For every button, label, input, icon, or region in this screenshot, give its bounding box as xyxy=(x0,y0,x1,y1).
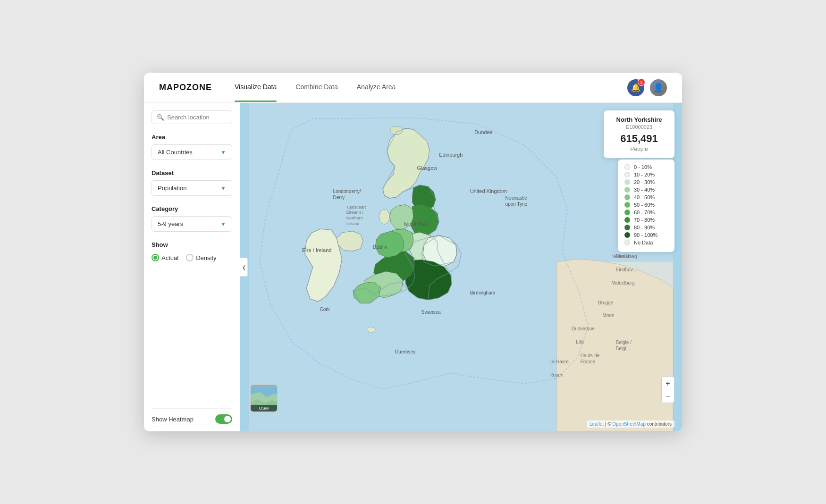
show-label: Show xyxy=(152,241,232,248)
legend-circle-9 xyxy=(624,232,630,238)
category-label: Category xyxy=(152,205,232,212)
search-icon: 🔍 xyxy=(157,114,164,121)
legend-label-10: No Data xyxy=(634,240,653,245)
map-attribution: Leaflet | © OpenStreetMap contributors xyxy=(587,420,674,428)
legend-item-1: 10 - 20% xyxy=(624,172,668,177)
legend-circle-1 xyxy=(624,172,630,177)
area-dropdown-arrow: ▼ xyxy=(220,149,226,156)
collapse-sidebar-button[interactable]: ❮ xyxy=(240,258,248,277)
svg-point-3 xyxy=(367,327,375,332)
app-window: MAPOZONE Visualize Data Combine Data Ana… xyxy=(144,73,682,431)
zoom-controls: + − xyxy=(661,377,674,403)
category-value: 5-9 years xyxy=(158,220,183,227)
show-options: Actual Density xyxy=(152,254,232,261)
legend-circle-0 xyxy=(624,164,630,170)
legend-item-7: 70 - 80% xyxy=(624,217,668,223)
legend-label-4: 40 - 50% xyxy=(634,194,655,200)
legend-item-2: 20 - 30% xyxy=(624,179,668,185)
notification-button[interactable]: 🔔 2 xyxy=(627,79,644,96)
info-card: North Yorkshire E10000023 615,491 People xyxy=(604,110,674,158)
legend-label-7: 70 - 80% xyxy=(634,217,655,223)
legend-label-9: 90 - 100% xyxy=(634,232,657,238)
sidebar: 🔍 Area All Countries ▼ Dataset Populatio… xyxy=(144,103,240,431)
main: 🔍 Area All Countries ▼ Dataset Populatio… xyxy=(144,103,682,431)
area-value: All Countries xyxy=(158,149,193,156)
dataset-dropdown[interactable]: Population ▼ xyxy=(152,180,232,196)
actual-radio[interactable] xyxy=(152,254,159,261)
legend-circle-2 xyxy=(624,179,630,185)
zoom-out-button[interactable]: − xyxy=(661,390,674,403)
dataset-label: Dataset xyxy=(152,169,232,176)
legend-label-3: 30 - 40% xyxy=(634,187,655,193)
logo: MAPOZONE xyxy=(159,83,212,92)
info-card-value: 615,491 xyxy=(611,133,667,145)
actual-label: Actual xyxy=(161,254,178,261)
legend-circle-6 xyxy=(624,210,630,215)
legend-label-0: 0 - 10% xyxy=(634,164,652,170)
legend-circle-8 xyxy=(624,225,630,230)
svg-point-4 xyxy=(379,210,389,224)
info-card-title: North Yorkshire xyxy=(611,116,667,123)
search-input[interactable] xyxy=(167,114,227,121)
leaflet-link[interactable]: Leaflet xyxy=(590,421,604,427)
legend-label-2: 20 - 30% xyxy=(634,179,655,185)
map-container[interactable]: Dundee Edinburgh Glasgow United Kingdom … xyxy=(240,103,682,431)
osm-link[interactable]: OpenStreetMap xyxy=(612,421,646,427)
heatmap-label: Show Heatmap xyxy=(152,416,194,423)
legend-circle-10 xyxy=(624,240,630,245)
density-label: Density xyxy=(196,254,216,261)
nav-visualize[interactable]: Visualize Data xyxy=(235,83,277,92)
legend-item-9: 90 - 100% xyxy=(624,232,668,238)
legend-circle-3 xyxy=(624,187,630,193)
legend-label-1: 10 - 20% xyxy=(634,172,655,177)
header-right: 🔔 2 👤 xyxy=(627,79,667,96)
header: MAPOZONE Visualize Data Combine Data Ana… xyxy=(144,73,682,103)
search-box[interactable]: 🔍 xyxy=(152,110,232,124)
legend-circle-4 xyxy=(624,194,630,200)
density-radio[interactable] xyxy=(186,254,194,261)
area-label: Area xyxy=(152,134,232,141)
legend-circle-7 xyxy=(624,217,630,223)
area-dropdown[interactable]: All Countries ▼ xyxy=(152,144,232,160)
dataset-value: Population xyxy=(158,185,186,192)
category-dropdown-arrow: ▼ xyxy=(220,221,226,227)
legend-item-5: 50 - 60% xyxy=(624,202,668,208)
nav-analyze[interactable]: Analyze Area xyxy=(357,83,396,92)
heatmap-toggle[interactable] xyxy=(215,414,232,424)
legend-item-6: 60 - 70% xyxy=(624,210,668,215)
nav-combine[interactable]: Combine Data xyxy=(295,83,338,92)
info-card-code: E10000023 xyxy=(611,124,667,130)
legend-label-6: 60 - 70% xyxy=(634,210,655,215)
osm-label: OSM xyxy=(251,405,277,412)
info-card-unit: People xyxy=(611,146,667,152)
density-option[interactable]: Density xyxy=(186,254,216,261)
zoom-in-button[interactable]: + xyxy=(661,377,674,390)
dataset-dropdown-arrow: ▼ xyxy=(220,185,226,192)
legend-label-8: 80 - 90% xyxy=(634,225,655,230)
legend-label-5: 50 - 60% xyxy=(634,202,655,208)
avatar[interactable]: 👤 xyxy=(650,79,667,96)
legend-item-3: 30 - 40% xyxy=(624,187,668,193)
category-dropdown[interactable]: 5-9 years ▼ xyxy=(152,216,232,232)
legend-item-8: 80 - 90% xyxy=(624,225,668,230)
actual-option[interactable]: Actual xyxy=(152,254,178,261)
osm-tile-preview[interactable]: OSM xyxy=(250,384,278,412)
notification-badge: 2 xyxy=(638,78,645,86)
nav: Visualize Data Combine Data Analyze Area xyxy=(235,83,627,92)
legend-item-0: 0 - 10% xyxy=(624,164,668,170)
legend: 0 - 10% 10 - 20% 20 - 30% 30 - 40% 40 - … xyxy=(618,160,674,252)
legend-circle-5 xyxy=(624,202,630,208)
legend-item-10: No Data xyxy=(624,240,668,245)
legend-item-4: 40 - 50% xyxy=(624,194,668,200)
heatmap-row: Show Heatmap xyxy=(152,408,232,424)
